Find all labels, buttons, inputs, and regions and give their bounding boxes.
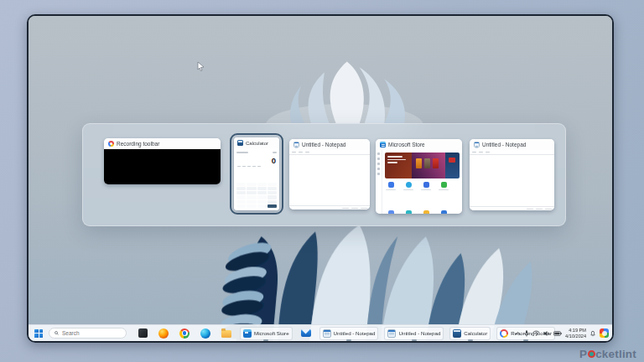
notepad-preview [470, 150, 554, 210]
mouse-cursor [197, 62, 205, 71]
recording-toolbar-icon [108, 141, 114, 147]
taskbar-firefox[interactable] [156, 327, 171, 340]
card-title: Calculator [246, 141, 268, 146]
calc-menu-bar [236, 152, 248, 153]
clock-time: 4:19 PM [565, 328, 586, 334]
calc-button-grid [236, 183, 277, 208]
card-title: Untitled - Notepad [482, 142, 526, 147]
taskbar-file-explorer[interactable] [219, 327, 234, 340]
taskbar-button-notepad-1[interactable]: Untitled - Notepad [319, 327, 379, 340]
speaker-icon[interactable] [543, 330, 550, 337]
taskbar-chrome[interactable] [177, 327, 192, 340]
store-app-row-2 [385, 210, 460, 214]
notepad-preview [289, 150, 370, 209]
task-switcher-panel: Recording toolbar Calculator 0 [82, 123, 566, 226]
open-window-indicator [412, 339, 417, 341]
copilot-icon[interactable] [600, 328, 609, 338]
taskbar-button-microsoft-store[interactable]: Microsoft Store [240, 327, 293, 340]
notepad-icon [387, 329, 396, 338]
microphone-icon[interactable] [524, 330, 529, 337]
search-box[interactable] [49, 328, 127, 339]
taskbar-button-notepad-2[interactable]: Untitled - Notepad [384, 327, 444, 340]
calculator-icon [453, 329, 461, 338]
notepad-icon [474, 142, 480, 147]
notepad-icon [293, 142, 299, 147]
calculator-icon [237, 140, 243, 146]
switcher-card-recording-toolbar[interactable]: Recording toolbar [104, 138, 221, 184]
recording-toolbar-icon [500, 329, 508, 338]
taskbar-mail[interactable] [299, 327, 314, 340]
open-window-indicator [468, 339, 473, 341]
switcher-card-calculator[interactable]: Calculator 0 [234, 137, 279, 210]
calc-display-value: 0 [234, 155, 279, 166]
search-icon [55, 330, 59, 336]
chrome-icon [179, 328, 190, 339]
start-button[interactable] [34, 329, 43, 338]
tray-clock[interactable]: 4:19 PM 4/10/2024 [565, 328, 586, 339]
search-input[interactable] [62, 330, 121, 336]
open-window-indicator [263, 339, 268, 341]
store-app-row [385, 182, 460, 190]
calc-history-bar [273, 152, 277, 153]
firefox-icon [158, 328, 169, 339]
dark-app-icon [138, 328, 148, 338]
pocketlint-logo: P cketlint [579, 348, 636, 360]
taskbar-button-calculator[interactable]: Calculator [449, 327, 491, 340]
microsoft-store-icon [380, 142, 386, 147]
microsoft-store-icon [243, 329, 252, 338]
calc-equals-key [267, 204, 277, 208]
notepad-icon [323, 329, 331, 338]
battery-icon[interactable] [553, 331, 562, 336]
calculator-preview: 0 [234, 148, 279, 210]
card-title: Microsoft Store [388, 142, 425, 147]
switcher-card-notepad-2[interactable]: Untitled - Notepad [470, 139, 554, 210]
card-title: Untitled - Notepad [302, 142, 345, 147]
clock-date: 4/10/2024 [565, 334, 586, 339]
pinned-app-dark[interactable] [136, 327, 150, 340]
taskbar: Microsoft Store Untitled - Notepad Untit… [29, 324, 612, 341]
open-window-indicator [346, 339, 351, 341]
taskbar-edge[interactable] [198, 327, 213, 340]
wifi-icon[interactable] [532, 330, 540, 336]
store-preview [376, 150, 462, 214]
edge-icon [200, 328, 210, 339]
pocketlint-o-icon [588, 350, 595, 358]
card-title: Recording toolbar [117, 141, 159, 147]
selected-card-ring: Calculator 0 [230, 133, 283, 215]
tray-chevron-up-icon[interactable] [515, 331, 521, 336]
recording-toolbar-preview [104, 149, 221, 184]
bell-icon[interactable] [589, 330, 596, 337]
switcher-card-microsoft-store[interactable]: Microsoft Store [376, 139, 462, 214]
file-explorer-icon [221, 330, 231, 338]
page: { "switcher": { "cards": [ { "title": "R… [0, 0, 644, 362]
switcher-card-notepad-1[interactable]: Untitled - Notepad [289, 139, 370, 209]
store-hero-banner [385, 153, 460, 178]
monitor-screen: Recording toolbar Calculator 0 [27, 14, 614, 343]
mail-icon [301, 329, 311, 337]
calc-memory-row [234, 166, 279, 169]
